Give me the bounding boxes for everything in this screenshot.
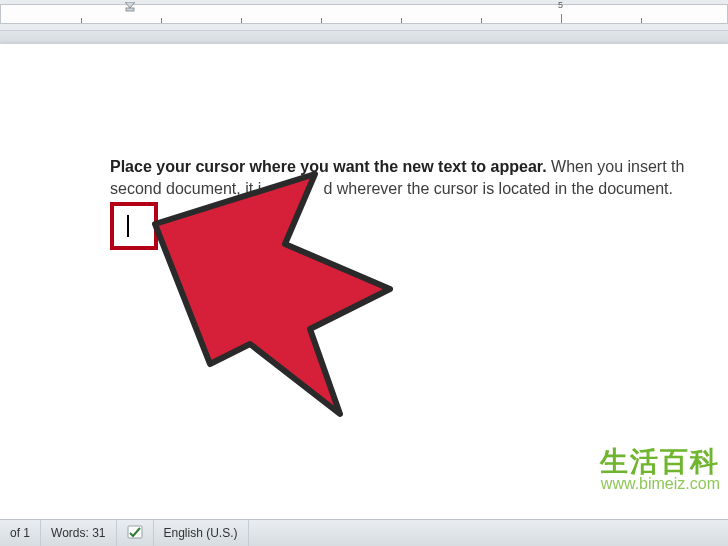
horizontal-ruler[interactable]: 5 <box>0 4 728 24</box>
status-language[interactable]: English (U.S.) <box>154 520 249 546</box>
page-area: Place your cursor where you want the new… <box>0 44 728 520</box>
instruction-line1-rest: When you insert th <box>547 158 685 175</box>
status-word-count[interactable]: Words: 31 <box>41 520 117 546</box>
status-page-count[interactable]: of 1 <box>0 520 41 546</box>
ruler-area: 5 <box>0 0 728 31</box>
watermark: 生活百科 www.bimeiz.com <box>600 448 720 492</box>
watermark-url: www.bimeiz.com <box>600 476 720 492</box>
text-caret-icon <box>127 215 129 237</box>
cursor-highlight-box <box>110 202 158 250</box>
document-body-text[interactable]: Place your cursor where you want the new… <box>110 156 728 200</box>
document-page[interactable]: Place your cursor where you want the new… <box>0 44 728 520</box>
instruction-line2b: d wherever the cursor is located in the … <box>323 180 673 197</box>
indent-marker-icon[interactable] <box>125 2 135 12</box>
instruction-line2a: second document, it i <box>110 180 261 197</box>
svg-marker-0 <box>125 2 135 8</box>
status-bar: of 1 Words: 31 English (U.S.) <box>0 519 728 546</box>
ruler-tick-5: 5 <box>558 0 563 10</box>
watermark-cn: 生活百科 <box>600 448 720 476</box>
svg-rect-2 <box>128 526 142 538</box>
instruction-bold: Place your cursor where you want the new… <box>110 158 547 175</box>
red-arrow-overlay <box>145 164 405 424</box>
status-spellcheck[interactable] <box>117 520 154 546</box>
spellcheck-icon <box>127 525 143 541</box>
svg-rect-1 <box>126 8 134 11</box>
